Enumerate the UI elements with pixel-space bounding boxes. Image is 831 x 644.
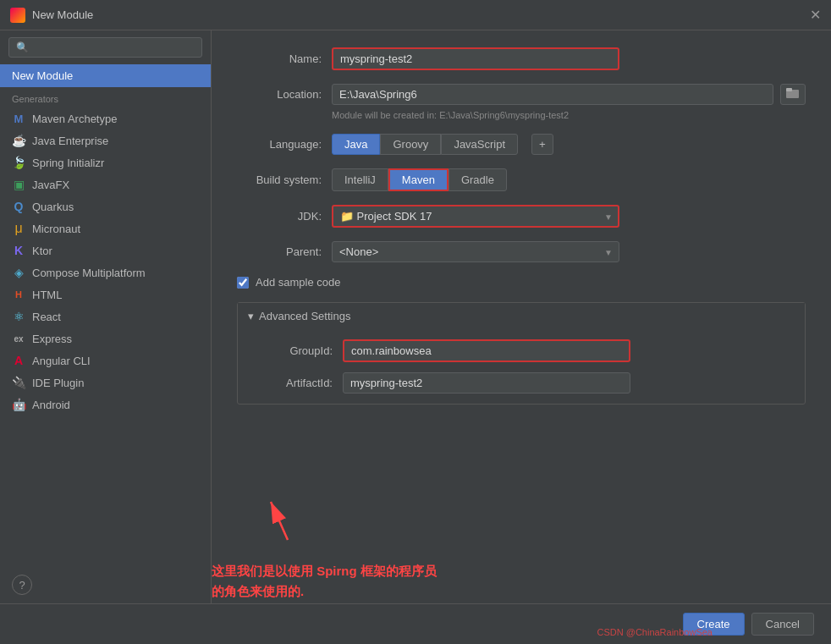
javafx-icon: ▣ [12, 178, 25, 191]
react-icon: ⚛ [12, 310, 25, 323]
jdk-row: JDK: 📁 Project SDK 17 ▼ [237, 205, 806, 228]
sidebar-label-quarkus: Quarkus [32, 201, 74, 213]
title-bar: New Module ✕ [0, 0, 831, 30]
sidebar-label-angular: Angular CLI [32, 355, 91, 367]
cancel-button[interactable]: Cancel [751, 613, 814, 636]
jdk-label: JDK: [237, 210, 322, 223]
build-system-btn-group: IntelliJ Maven Gradle [332, 168, 507, 191]
spring-icon: 🍃 [12, 156, 25, 169]
build-intellij-btn[interactable]: IntelliJ [332, 168, 388, 191]
sidebar-label-react: React [32, 311, 61, 323]
location-hint: Module will be created in: E:\Java\Sprin… [332, 110, 806, 120]
jdk-select[interactable]: 📁 Project SDK 17 [332, 205, 619, 228]
sample-code-row: Add sample code [237, 276, 806, 289]
sidebar-item-ide-plugin[interactable]: 🔌 IDE Plugin [0, 372, 211, 394]
main-panel: Name: Location: Module will be created i… [212, 30, 831, 603]
sidebar-item-android[interactable]: 🤖 Android [0, 394, 211, 416]
svg-rect-1 [786, 88, 792, 91]
express-icon: ex [12, 332, 25, 345]
artifactid-row: ArtifactId: [248, 372, 795, 394]
sample-code-checkbox[interactable] [237, 277, 249, 289]
sidebar-section-generators: Generators [0, 87, 211, 107]
language-java-btn[interactable]: Java [332, 134, 380, 155]
ide-plugin-icon: 🔌 [12, 376, 25, 389]
search-input[interactable] [8, 37, 202, 58]
sidebar-item-compose[interactable]: ◈ Compose Multiplatform [0, 261, 211, 283]
build-system-label: Build system: [237, 173, 322, 186]
sidebar-item-angular[interactable]: A Angular CLI [0, 350, 211, 372]
quarkus-icon: Q [12, 200, 25, 213]
sidebar-item-html[interactable]: H HTML [0, 283, 211, 305]
html-icon: H [12, 288, 25, 301]
language-row: Language: Java Groovy JavaScript + [237, 134, 806, 155]
advanced-settings-body: GroupId: ArtifactId: [238, 329, 805, 404]
build-gradle-btn[interactable]: Gradle [449, 168, 507, 191]
advanced-settings-label: Advanced Settings [259, 310, 350, 322]
sidebar-item-javafx[interactable]: ▣ JavaFX [0, 173, 211, 195]
sidebar-item-react[interactable]: ⚛ React [0, 305, 211, 328]
sidebar-item-spring-initializr[interactable]: 🍃 Spring Initializr [0, 151, 211, 173]
artifactid-input[interactable] [343, 372, 630, 394]
browse-button[interactable] [780, 84, 806, 105]
advanced-settings-toggle[interactable]: ▾ Advanced Settings [238, 303, 805, 329]
sidebar-label-java-enterprise: Java Enterprise [32, 135, 108, 147]
sidebar-label-android: Android [32, 399, 70, 411]
parent-select[interactable]: <None> [332, 241, 619, 262]
help-button[interactable]: ? [12, 575, 32, 595]
micronaut-icon: μ [12, 222, 25, 235]
language-btn-group: Java Groovy JavaScript [332, 134, 518, 155]
groupid-row: GroupId: [248, 339, 795, 362]
app-icon [10, 8, 25, 23]
close-button[interactable]: ✕ [810, 8, 821, 22]
location-input[interactable] [332, 84, 773, 105]
parent-label: Parent: [237, 245, 322, 258]
sidebar-item-quarkus[interactable]: Q Quarkus [0, 195, 211, 217]
android-icon: 🤖 [12, 398, 25, 411]
jdk-dropdown-wrapper: 📁 Project SDK 17 ▼ [332, 205, 619, 228]
name-row: Name: [237, 47, 806, 70]
add-language-button[interactable]: + [531, 134, 553, 155]
compose-icon: ◈ [12, 266, 25, 279]
advanced-settings-section: ▾ Advanced Settings GroupId: ArtifactId: [237, 302, 806, 405]
sidebar-item-micronaut[interactable]: μ Micronaut [0, 217, 211, 239]
dialog-title: New Module [32, 8, 93, 21]
sidebar: New Module Generators M Maven Archetype … [0, 30, 212, 603]
parent-row: Parent: <None> ▼ [237, 241, 806, 262]
dialog-footer: Create Cancel [0, 603, 831, 644]
parent-dropdown-wrapper: <None> ▼ [332, 241, 619, 262]
sidebar-label-maven: Maven Archetype [32, 113, 117, 125]
create-button[interactable]: Create [683, 613, 745, 636]
language-groovy-btn[interactable]: Groovy [380, 134, 441, 155]
language-label: Language: [237, 138, 322, 151]
sidebar-label-compose: Compose Multiplatform [32, 267, 146, 279]
sample-code-label: Add sample code [256, 276, 340, 289]
chevron-down-icon: ▾ [248, 310, 254, 322]
build-system-row: Build system: IntelliJ Maven Gradle [237, 168, 806, 191]
groupid-label: GroupId: [248, 344, 333, 357]
sidebar-item-java-enterprise[interactable]: ☕ Java Enterprise [0, 129, 211, 151]
ktor-icon: K [12, 244, 25, 257]
sidebar-label-ktor: Ktor [32, 245, 52, 257]
sidebar-label-ide-plugin: IDE Plugin [32, 377, 84, 389]
angular-icon: A [12, 354, 25, 367]
sidebar-label-javafx: JavaFX [32, 179, 69, 191]
sidebar-item-ktor[interactable]: K Ktor [0, 239, 211, 261]
sidebar-item-new-module[interactable]: New Module [0, 64, 211, 87]
sidebar-label-micronaut: Micronaut [32, 223, 80, 235]
sidebar-label-spring: Spring Initializr [32, 157, 104, 169]
groupid-input[interactable] [343, 339, 630, 362]
sidebar-item-maven-archetype[interactable]: M Maven Archetype [0, 107, 211, 129]
artifactid-label: ArtifactId: [248, 377, 333, 389]
language-javascript-btn[interactable]: JavaScript [441, 134, 518, 155]
java-enterprise-icon: ☕ [12, 134, 25, 147]
name-label: Name: [237, 52, 322, 65]
maven-icon: M [12, 112, 25, 125]
sidebar-label-express: Express [32, 333, 72, 345]
build-maven-btn[interactable]: Maven [388, 168, 449, 191]
name-input[interactable] [332, 47, 619, 70]
sidebar-label-html: HTML [32, 289, 62, 301]
location-row: Location: [237, 84, 806, 105]
sidebar-item-express[interactable]: ex Express [0, 328, 211, 350]
location-label: Location: [237, 88, 322, 101]
